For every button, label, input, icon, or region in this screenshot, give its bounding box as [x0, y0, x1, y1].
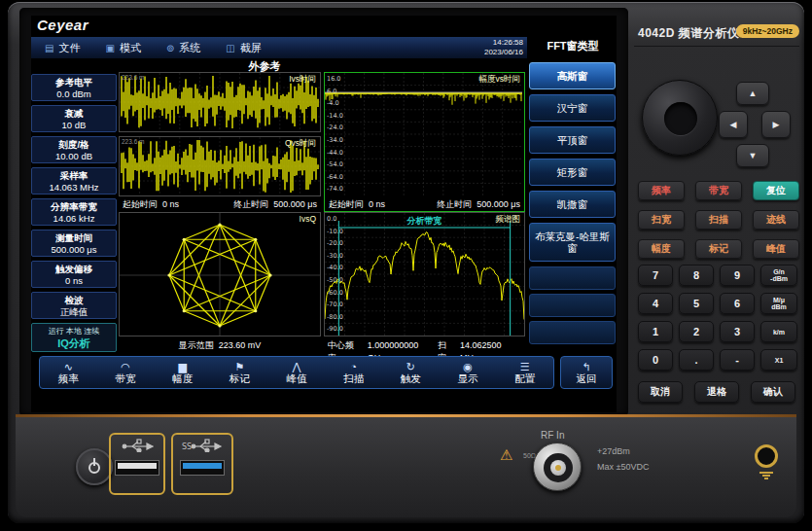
toolbar-item-amplitude[interactable]: ▆幅度 — [154, 357, 211, 388]
key-m-dbm[interactable]: M/μ dBm — [760, 293, 797, 314]
brand-logo: Ceyear — [37, 17, 88, 33]
amp-time-quadrant[interactable]: 16.06.0-4.0-14.0-24.0-34.0-44.0-54.0-64.… — [324, 72, 525, 212]
toolbar-item-display[interactable]: ◉显示 — [440, 357, 497, 388]
mode-icon: ▣ — [105, 43, 114, 53]
softkey-flattop-window[interactable]: 平顶窗 — [529, 126, 616, 154]
key-2[interactable]: 2 — [679, 321, 714, 342]
frequency-key[interactable]: 频率 — [638, 181, 685, 200]
menu-item-file[interactable]: ▤文件 — [45, 41, 80, 55]
key-x1[interactable]: X1 — [760, 349, 797, 371]
spectrum-quadrant[interactable]: 0.0-10.0-20.0-30.0-40.0-50.0-60.0-70.0-8… — [324, 212, 525, 352]
svg-text:SS: SS — [182, 442, 192, 451]
softkey-softkey-blank-2[interactable] — [529, 294, 616, 317]
iq-time-quadrant[interactable]: 223.6 m Ivs时间 223.6 m Qvs时间 起始时间 0 ns 终止… — [119, 72, 321, 212]
up-arrow-key[interactable]: ▲ — [736, 82, 769, 105]
softkey-kaiser-window[interactable]: 凯撒窗 — [529, 191, 616, 218]
trace-key[interactable]: 迹线 — [753, 210, 799, 230]
power-button[interactable] — [76, 448, 113, 485]
start-time-value: 0 ns — [162, 198, 179, 211]
spectrum-title: 频谱图 — [496, 214, 521, 226]
back-button[interactable]: ↰ 返回 — [560, 356, 613, 389]
marker-key[interactable]: 标记 — [695, 239, 742, 259]
ground-terminal — [755, 444, 778, 468]
param-ref-level[interactable]: 参考电平0.0 dBm — [31, 74, 117, 101]
rotary-knob[interactable] — [642, 80, 718, 156]
analysis-mode-label: IQ分析 — [32, 336, 116, 350]
softkey-rectangular-window[interactable]: 矩形窗 — [529, 159, 616, 186]
amplitude-key[interactable]: 幅度 — [638, 239, 685, 259]
param-label: 测量时间 — [32, 232, 116, 244]
peak-icon: ⋀ — [293, 361, 301, 372]
toolbar-item-config[interactable]: ☰配置 — [496, 357, 553, 388]
toolbar-item-label: 扫描 — [343, 372, 364, 385]
confirm-key[interactable]: 确认 — [751, 381, 795, 403]
left-arrow-key[interactable]: ◀ — [719, 111, 748, 138]
param-trigger-offset[interactable]: 触发偏移0 ns — [31, 261, 117, 288]
constellation-quadrant[interactable]: IvsQ 显示范围 223.60 mV — [119, 212, 321, 352]
model-label: 4042D 频谱分析仪 — [638, 25, 739, 42]
sweep-key[interactable]: 扫描 — [695, 210, 742, 230]
svg-text:-4.0: -4.0 — [327, 99, 339, 107]
key-dot[interactable]: . — [679, 349, 714, 371]
parameter-sidebar: 参考电平0.0 dBm衰减10 dB刻度/格10.00 dB采样率14.063 … — [31, 74, 117, 352]
span-label: 扫宽 — [438, 339, 455, 352]
amp-waveform: 16.06.0-4.0-14.0-24.0-34.0-44.0-54.0-64.… — [325, 73, 522, 195]
cancel-key[interactable]: 取消 — [638, 381, 683, 403]
menu-item-label: 模式 — [120, 41, 141, 55]
menu-item-screenshot[interactable]: ◫截屏 — [226, 41, 261, 55]
toolbar-item-peak[interactable]: ⋀峰值 — [268, 357, 326, 388]
toolbar-item-trigger[interactable]: ↻触发 — [382, 357, 440, 388]
key-4[interactable]: 4 — [638, 293, 673, 314]
down-arrow-key[interactable]: ▼ — [736, 144, 769, 167]
param-attenuation[interactable]: 衰减10 dB — [31, 105, 117, 132]
softkey-softkey-blank-1[interactable] — [529, 266, 616, 290]
back-label: 返回 — [577, 372, 597, 385]
amplitude-icon: ▆ — [178, 361, 186, 372]
menu-item-mode[interactable]: ▣模式 — [105, 41, 140, 55]
knob-center — [664, 102, 697, 135]
param-detector[interactable]: 检波正峰值 — [31, 292, 117, 319]
softkey-gaussian-window[interactable]: 高斯窗 — [529, 62, 616, 89]
key-5[interactable]: 5 — [679, 293, 714, 314]
key-k-m[interactable]: k/m — [760, 321, 797, 342]
span-key[interactable]: 扫宽 — [638, 210, 685, 230]
param-rbw[interactable]: 分辨率带宽14.06 kHz — [31, 198, 117, 226]
toolbar-item-marker[interactable]: ⚑标记 — [211, 357, 268, 388]
key-minus[interactable]: - — [720, 349, 755, 371]
peak-key[interactable]: 峰值 — [753, 239, 799, 259]
softkey-column: 高斯窗汉宁窗平顶窗矩形窗凯撒窗布莱克曼-哈里斯窗 — [529, 62, 617, 348]
softkey-softkey-blank-3[interactable] — [529, 321, 616, 344]
key-g-n-dbm[interactable]: G/n -dBm — [760, 265, 797, 286]
menu-item-system[interactable]: ⊚系统 — [166, 41, 200, 55]
softkey-hanning-window[interactable]: 汉宁窗 — [529, 94, 616, 122]
key-6[interactable]: 6 — [720, 293, 755, 314]
toolbar-item-bandwidth[interactable]: ◠带宽 — [97, 357, 155, 388]
param-scale-per-div[interactable]: 刻度/格10.00 dB — [31, 136, 117, 163]
svg-text:-70.0: -70.0 — [327, 301, 343, 308]
key-0[interactable]: 0 — [638, 349, 673, 371]
start-time-value: 0 ns — [369, 198, 385, 211]
key-1[interactable]: 1 — [638, 321, 673, 342]
softkey-blackman-harris-window[interactable]: 布莱克曼-哈里斯窗 — [529, 223, 616, 262]
key-3[interactable]: 3 — [720, 321, 755, 342]
q-plot-title: Qvs时间 — [285, 138, 316, 150]
display-range-value: 223.60 mV — [219, 340, 262, 350]
key-8[interactable]: 8 — [679, 265, 714, 286]
bandwidth-key[interactable]: 带宽 — [695, 181, 742, 200]
param-label: 采样率 — [32, 170, 116, 182]
key-7[interactable]: 7 — [638, 265, 673, 286]
right-arrow-key[interactable]: ▶ — [761, 111, 791, 138]
param-measure-time[interactable]: 测量时间500.000 μs — [31, 230, 117, 257]
model-plate: 4042D 频谱分析仪 9kHz~20GHz — [634, 19, 799, 47]
sweep-icon: ◔ — [350, 361, 357, 372]
backspace-key[interactable]: 退格 — [694, 381, 739, 403]
key-9[interactable]: 9 — [720, 265, 755, 286]
bandwidth-icon: ◠ — [121, 361, 130, 372]
toolbar-item-sweep[interactable]: ◔扫描 — [325, 357, 382, 388]
toolbar-item-frequency[interactable]: ∿频率 — [40, 357, 97, 388]
param-sample-rate[interactable]: 采样率14.063 MHz — [31, 167, 117, 195]
screenshot-icon: ◫ — [226, 43, 234, 53]
ground-icon — [764, 478, 768, 479]
q-vs-time-plot: 223.6 m Qvs时间 — [119, 136, 321, 196]
reset-key[interactable]: 复位 — [753, 181, 799, 200]
